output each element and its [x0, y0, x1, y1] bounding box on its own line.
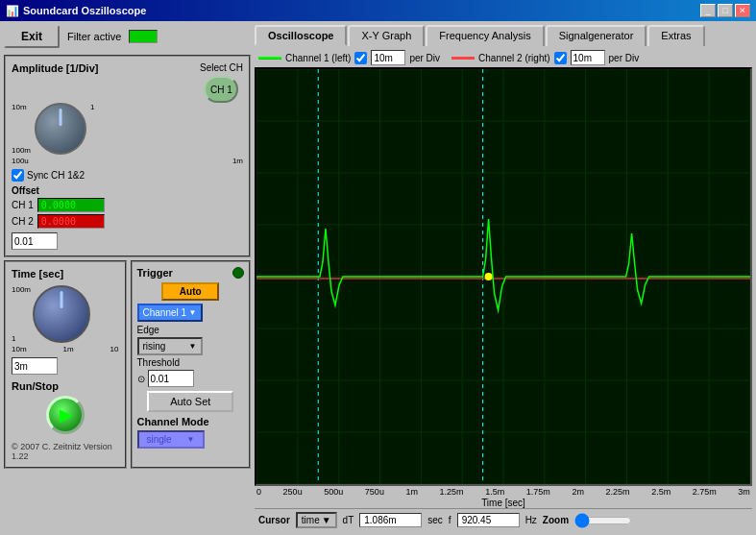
select-ch-area: Select CH CH 1	[200, 62, 243, 103]
amp-value-input[interactable]	[12, 232, 58, 250]
time-title: Time [sec]	[12, 268, 119, 280]
x-label-1m: 1m	[405, 487, 418, 497]
f-label: f	[449, 515, 451, 525]
trigger-indicator	[232, 267, 244, 279]
tab-extras[interactable]: Extras	[647, 25, 704, 46]
x-label-0: 0	[256, 487, 261, 497]
select-ch-label: Select CH	[200, 62, 243, 73]
time-label-10m: 10m	[12, 345, 27, 353]
cursor-label: Cursor	[258, 515, 290, 525]
threshold-input[interactable]: 0.01	[148, 370, 194, 387]
title-bar-title: 📊 Soundcard Oszilloscope	[6, 5, 146, 17]
x-label-1.5m: 1.5m	[485, 487, 504, 497]
channel-mode-arrow: ▼	[187, 435, 195, 444]
time-knob-area: 100m 1	[12, 285, 119, 343]
run-stop-button[interactable]: ▶	[46, 396, 85, 434]
filter-label: Filter active	[67, 31, 121, 42]
offset-area: Offset CH 1 0.0000 CH 2 0.0000	[12, 185, 243, 229]
right-panel: Oscilloscope X-Y Graph Frequency Analysi…	[255, 21, 756, 535]
ch1-offset-label: CH 1	[12, 200, 34, 210]
f-unit: Hz	[525, 515, 537, 525]
trigger-channel-arrow: ▼	[189, 308, 197, 317]
maximize-button[interactable]: □	[718, 4, 733, 17]
dT-value-input[interactable]: 1.086m	[359, 513, 422, 527]
amp-label-100u: 100u	[12, 157, 29, 165]
time-value-area: 3m	[12, 357, 119, 375]
time-value-input[interactable]: 3m	[12, 357, 58, 375]
channel-legend: Channel 1 (left) per Div Channel 2 (righ…	[255, 48, 752, 67]
cursor-type-value: time	[302, 515, 320, 525]
amplitude-knob-wrap: 10m 100m 1	[12, 103, 243, 155]
amp-label-1m: 1m	[232, 157, 243, 165]
sync-checkbox-area[interactable]: Sync CH 1&2	[12, 169, 243, 182]
cursor-type-arrow: ▼	[322, 515, 331, 525]
minimize-button[interactable]: _	[700, 4, 716, 17]
tabs-row: Oscilloscope X-Y Graph Frequency Analysi…	[255, 25, 752, 46]
oscilloscope-display	[255, 67, 752, 486]
time-scale-left: 100m 1	[12, 285, 31, 343]
time-knob[interactable]	[33, 285, 90, 343]
trigger-channel-button[interactable]: Channel 1 ▼	[137, 304, 203, 322]
sync-checkbox[interactable]	[12, 169, 24, 182]
threshold-area: Threshold	[137, 357, 245, 370]
x-label-3m: 3m	[738, 487, 750, 497]
bottom-panels: Time [sec] 100m 1 10m 1m 10	[4, 260, 251, 469]
filter-indicator	[129, 30, 158, 43]
ch2-per-div-unit: per Div	[609, 53, 640, 63]
x-label-1.75m: 1.75m	[526, 487, 550, 497]
edge-arrow: ▼	[189, 342, 197, 351]
zoom-slider[interactable]	[574, 513, 632, 528]
close-button[interactable]: ✕	[735, 4, 750, 17]
ch1-per-div-unit: per Div	[409, 53, 440, 63]
dT-label: dT	[343, 515, 354, 525]
threshold-knob-icon: ⊙	[137, 374, 145, 384]
ch1-legend-checkbox[interactable]	[354, 52, 367, 64]
threshold-input-row: ⊙ 0.01	[137, 370, 245, 387]
trigger-label: Trigger	[137, 267, 173, 279]
threshold-label: Threshold	[137, 357, 180, 368]
time-panel: Time [sec] 100m 1 10m 1m 10	[4, 260, 127, 469]
ch2-legend-checkbox[interactable]	[554, 52, 567, 64]
amp-value-area	[12, 232, 243, 250]
edge-button[interactable]: rising ▼	[137, 337, 203, 355]
cursor-type-button[interactable]: time ▼	[296, 512, 337, 528]
ch1-legend-label: Channel 1 (left)	[285, 53, 351, 63]
x-label-2.75m: 2.75m	[693, 487, 717, 497]
x-label-2.25m: 2.25m	[606, 487, 630, 497]
title-bar: 📊 Soundcard Oszilloscope _ □ ✕	[0, 0, 756, 21]
ch1-button[interactable]: CH 1	[204, 76, 238, 103]
time-label-10: 10	[110, 345, 119, 353]
copyright: © 2007 C. Zeitnitz Version 1.22	[12, 442, 119, 461]
exit-button[interactable]: Exit	[4, 25, 60, 48]
channel-mode-value: single	[147, 434, 172, 445]
tab-xy-graph[interactable]: X-Y Graph	[348, 25, 425, 46]
trigger-auto-button[interactable]: Auto	[161, 282, 219, 301]
tab-signalgenerator[interactable]: Signalgenerator	[546, 25, 647, 46]
edge-value: rising	[143, 341, 166, 352]
ch2-legend: Channel 2 (right) per Div	[451, 50, 639, 65]
ch2-per-div-input[interactable]	[571, 50, 605, 65]
autoset-button[interactable]: Auto Set	[147, 391, 233, 412]
amplitude-title: Amplitude [1/Div]	[12, 62, 98, 74]
tab-frequency-analysis[interactable]: Frequency Analysis	[426, 25, 544, 46]
x-label-250u: 250u	[283, 487, 303, 497]
ch1-line-indicator	[258, 57, 281, 60]
ch1-offset-input[interactable]: 0.0000	[37, 198, 105, 212]
offset-label: Offset	[12, 185, 243, 196]
window-controls[interactable]: _ □ ✕	[700, 4, 750, 17]
amplitude-knob[interactable]	[35, 103, 86, 155]
channel-mode-label: Channel Mode	[137, 416, 245, 427]
left-panel: Exit Filter active Amplitude [1/Div] Sel…	[0, 21, 255, 535]
ch2-offset-input[interactable]: 0.0000	[37, 214, 105, 229]
ch1-per-div-input[interactable]	[371, 50, 405, 65]
f-value-input[interactable]: 920.45	[457, 513, 520, 527]
edge-area: Edge rising ▼	[137, 325, 245, 355]
edge-label: Edge	[137, 325, 245, 335]
scope-canvas	[256, 69, 750, 484]
zoom-label: Zoom	[543, 515, 569, 525]
amp-scale-left: 10m 100m	[12, 103, 31, 155]
channel-mode-button[interactable]: single ▼	[137, 430, 205, 449]
x-label-500u: 500u	[324, 487, 343, 497]
tab-oscilloscope[interactable]: Oscilloscope	[255, 25, 347, 46]
trigger-panel: Trigger Auto Channel 1 ▼ Edge rising	[131, 260, 252, 469]
